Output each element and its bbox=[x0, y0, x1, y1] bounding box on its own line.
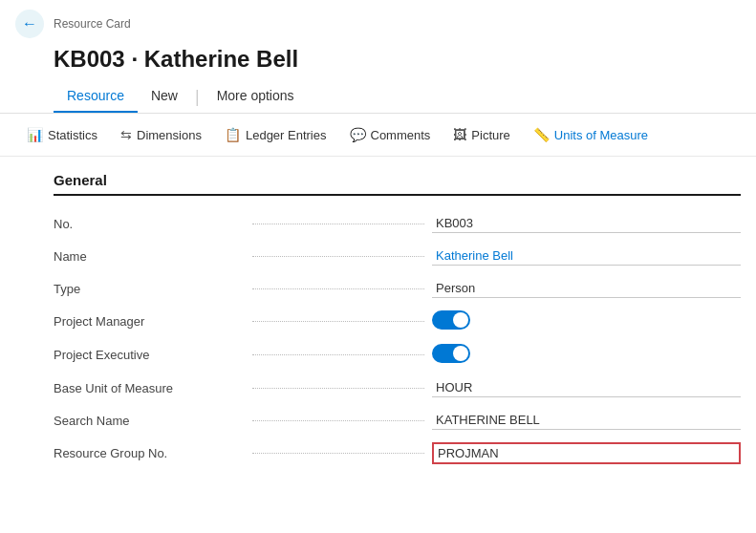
input-type[interactable] bbox=[432, 279, 741, 298]
breadcrumb: Resource Card bbox=[54, 17, 131, 31]
dimensions-icon: ⇆ bbox=[120, 127, 132, 142]
field-label-base-unit-of-measure: Base Unit of Measure bbox=[54, 381, 245, 395]
field-value-project-manager[interactable] bbox=[432, 310, 741, 332]
tab-new[interactable]: New bbox=[138, 80, 191, 113]
toggle-project-executive[interactable] bbox=[432, 344, 470, 363]
input-name[interactable] bbox=[432, 246, 741, 266]
input-no[interactable] bbox=[432, 214, 741, 233]
field-dots-base-unit-of-measure bbox=[252, 388, 424, 389]
comments-icon: 💬 bbox=[350, 127, 366, 142]
field-row-no: No. bbox=[54, 207, 741, 240]
action-bar: 📊 Statistics ⇆ Dimensions 📋 Ledger Entri… bbox=[0, 114, 756, 157]
statistics-icon: 📊 bbox=[27, 127, 43, 142]
input-resource-group-no[interactable] bbox=[432, 442, 741, 464]
action-dimensions-label: Dimensions bbox=[137, 128, 202, 142]
field-value-name[interactable] bbox=[432, 246, 741, 266]
field-dots-resource-group-no bbox=[252, 453, 424, 454]
field-label-type: Type bbox=[54, 282, 245, 296]
action-statistics-label: Statistics bbox=[48, 128, 97, 142]
field-label-name: Name bbox=[54, 249, 245, 264]
field-row-name: Name bbox=[54, 240, 741, 272]
picture-icon: 🖼 bbox=[453, 127, 466, 142]
field-value-type[interactable] bbox=[432, 279, 741, 298]
field-value-search-name[interactable] bbox=[432, 411, 741, 430]
toggle-project-manager[interactable] bbox=[432, 310, 470, 330]
action-units-of-measure-label: Units of Measure bbox=[554, 128, 648, 142]
toggle-project-manager-wrap[interactable] bbox=[432, 310, 470, 330]
field-row-base-unit-of-measure: Base Unit of Measure bbox=[54, 372, 741, 404]
toggle-project-executive-wrap[interactable] bbox=[432, 344, 470, 363]
units-of-measure-icon: 📏 bbox=[533, 127, 550, 142]
field-dots-search-name bbox=[252, 420, 424, 421]
field-value-project-executive[interactable] bbox=[432, 344, 741, 366]
action-statistics[interactable]: 📊 Statistics bbox=[15, 121, 109, 148]
tab-separator: | bbox=[191, 88, 204, 105]
field-row-resource-group-no: Resource Group No. bbox=[54, 437, 741, 470]
tab-resource[interactable]: Resource bbox=[54, 80, 138, 113]
action-picture[interactable]: 🖼 Picture bbox=[442, 121, 521, 148]
input-base-unit-of-measure[interactable] bbox=[432, 378, 741, 397]
back-button[interactable]: ← bbox=[15, 10, 44, 38]
action-ledger-entries-label: Ledger Entries bbox=[246, 128, 327, 142]
content-area: General No. Name Type Project Manager bbox=[0, 157, 756, 485]
action-units-of-measure[interactable]: 📏 Units of Measure bbox=[522, 121, 659, 148]
action-dimensions[interactable]: ⇆ Dimensions bbox=[109, 121, 213, 148]
tab-more-options[interactable]: More options bbox=[204, 80, 308, 113]
input-search-name[interactable] bbox=[432, 411, 741, 430]
action-ledger-entries[interactable]: 📋 Ledger Entries bbox=[213, 121, 338, 148]
field-dots-project-executive bbox=[252, 354, 424, 355]
field-label-no: No. bbox=[54, 217, 245, 231]
field-value-base-unit-of-measure[interactable] bbox=[432, 378, 741, 397]
field-row-search-name: Search Name bbox=[54, 404, 741, 437]
field-dots-no bbox=[252, 224, 424, 224]
field-label-project-manager: Project Manager bbox=[54, 314, 245, 329]
field-label-project-executive: Project Executive bbox=[54, 348, 245, 362]
field-label-resource-group-no: Resource Group No. bbox=[54, 446, 245, 460]
action-picture-label: Picture bbox=[471, 128, 509, 142]
field-row-project-manager: Project Manager bbox=[54, 305, 741, 338]
tab-bar: Resource New | More options bbox=[0, 80, 756, 114]
field-dots-name bbox=[252, 256, 424, 257]
field-row-project-executive: Project Executive bbox=[54, 338, 741, 372]
section-general-title: General bbox=[54, 172, 741, 196]
action-comments[interactable]: 💬 Comments bbox=[338, 121, 443, 148]
page-title: KB003 · Katherine Bell bbox=[0, 42, 756, 80]
field-dots-type bbox=[252, 288, 424, 289]
field-value-no[interactable] bbox=[432, 214, 741, 233]
top-bar: ← Resource Card bbox=[0, 0, 756, 42]
field-label-search-name: Search Name bbox=[54, 414, 245, 428]
field-value-resource-group-no[interactable] bbox=[432, 442, 741, 464]
field-row-type: Type bbox=[54, 272, 741, 305]
action-comments-label: Comments bbox=[371, 128, 431, 142]
ledger-entries-icon: 📋 bbox=[225, 127, 241, 142]
field-dots-project-manager bbox=[252, 321, 424, 322]
